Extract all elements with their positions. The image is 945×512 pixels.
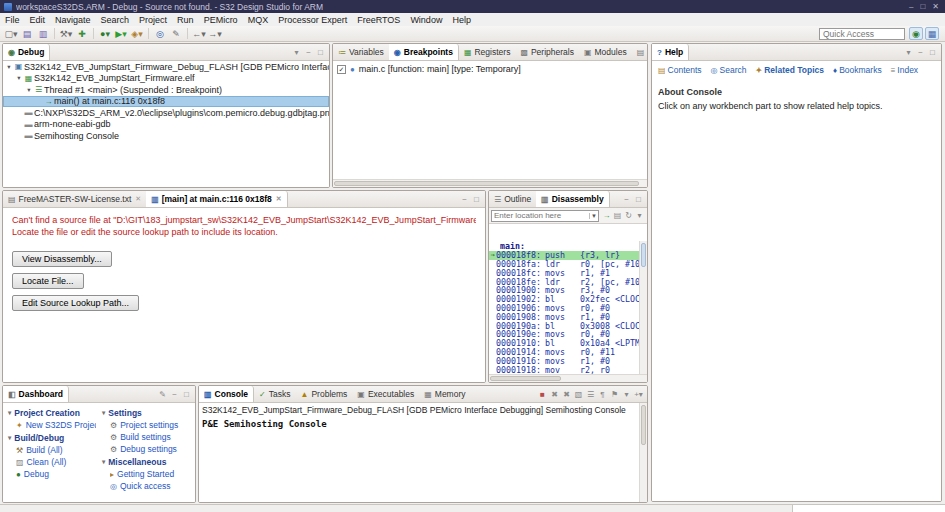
asm-line[interactable]: 00001916: movs r1, #0 bbox=[489, 356, 639, 365]
asm-line[interactable]: 000018f8: push {r3, lr} bbox=[489, 251, 639, 260]
save-icon[interactable]: ▤ bbox=[20, 27, 34, 40]
pin-console-icon[interactable]: ⚑ bbox=[610, 389, 619, 400]
tab-variables[interactable]: ≔ Variables bbox=[333, 44, 389, 60]
tab-disassembly[interactable]: ▥ Disassembly bbox=[536, 191, 610, 207]
maximize-icon[interactable]: □ bbox=[182, 389, 191, 400]
tree-row[interactable]: ▬ arm-none-eabi-gdb bbox=[3, 119, 329, 131]
cpp-perspective-icon[interactable]: ▦ bbox=[925, 27, 939, 40]
tree-row[interactable]: ▾ ▣ S32K142_EVB_JumpStart_Firmware_Debug… bbox=[3, 61, 329, 73]
combo-dropdown-icon[interactable]: ▼ bbox=[589, 213, 598, 219]
minimize-icon[interactable]: − bbox=[622, 194, 631, 205]
view-menu-icon[interactable]: ▾ bbox=[904, 47, 913, 58]
help-index-link[interactable]: ≡ Index bbox=[891, 65, 918, 75]
section-expander-icon[interactable]: ▾ bbox=[102, 409, 105, 417]
locate-file-button[interactable]: Locate File... bbox=[12, 273, 84, 289]
maximize-icon[interactable]: □ bbox=[928, 47, 937, 58]
edit-source-lookup-path-button[interactable]: Edit Source Lookup Path... bbox=[12, 295, 139, 311]
build-icon[interactable]: ⚒▾ bbox=[59, 27, 73, 40]
horizontal-scrollbar[interactable] bbox=[489, 374, 647, 382]
tab-modules[interactable]: ▣ Modules bbox=[579, 44, 632, 60]
maximize-icon[interactable]: □ bbox=[316, 47, 325, 58]
tab-freemaster-license[interactable]: ▤ FreeMASTER-SW-License.txt ✕ bbox=[3, 191, 146, 207]
tree-row[interactable]: ▾ ▦ S32K142_EVB_JumpStart_Firmware.elf bbox=[3, 73, 329, 85]
remove-launch-icon[interactable]: ✖ bbox=[550, 389, 559, 400]
menu-item[interactable]: Processor Expert bbox=[273, 13, 352, 26]
tab-debug[interactable]: ◉ Debug bbox=[3, 44, 50, 60]
tool-icon[interactable] bbox=[187, 28, 188, 39]
word-wrap-icon[interactable]: ¶ bbox=[598, 389, 607, 400]
menu-item[interactable]: Project bbox=[134, 13, 172, 26]
scroll-lock-icon[interactable]: ☰ bbox=[586, 389, 595, 400]
asm-line[interactable]: 00001900: movs r3, #0 bbox=[489, 286, 639, 295]
new-wizard-icon[interactable]: ▢▾ bbox=[4, 27, 18, 40]
asm-line[interactable]: 00001918: mov r2, r0 bbox=[489, 365, 639, 374]
tree-row-selected[interactable]: → main() at main.c:116 0x18f8 bbox=[3, 96, 329, 108]
menu-item[interactable]: Navigate bbox=[50, 13, 96, 26]
asm-line[interactable]: 00001910: bl 0x10a4 <LPTMR0_Init> bbox=[489, 339, 639, 348]
view-menu-icon[interactable]: ▾ bbox=[292, 47, 301, 58]
project-settings-link[interactable]: ⚙ Project settings bbox=[110, 420, 190, 430]
tool-icon[interactable] bbox=[54, 28, 55, 39]
debug-perspective-icon[interactable]: ◉ bbox=[909, 27, 923, 40]
getting-started-link[interactable]: ▸ Getting Started bbox=[110, 469, 190, 479]
tab-breakpoints[interactable]: ◉ Breakpoints bbox=[389, 44, 459, 60]
save-all-icon[interactable]: ▥ bbox=[36, 27, 50, 40]
display-console-icon[interactable]: ▾ bbox=[622, 389, 631, 400]
build-all-link[interactable]: ⚒ Build (All) bbox=[16, 445, 96, 455]
tab-help[interactable]: ? Help bbox=[652, 44, 689, 60]
asm-line[interactable]: 000018fe: ldr r2, [pc, #108] ; (0 bbox=[489, 277, 639, 286]
asm-line[interactable]: 00001908: movs r1, #0 bbox=[489, 312, 639, 321]
tool-icon[interactable] bbox=[93, 28, 94, 39]
menu-item[interactable]: File bbox=[0, 13, 25, 26]
expander-icon[interactable]: ▾ bbox=[25, 86, 33, 94]
new-s32ds-project-link[interactable]: ✦ New S32DS Project from Example bbox=[16, 420, 96, 430]
show-source-icon[interactable]: ▤ bbox=[612, 210, 623, 222]
tool-icon[interactable] bbox=[148, 28, 149, 39]
tab-main-source[interactable]: ▥ [main] at main.c:116 0x18f8 ✕ bbox=[146, 191, 288, 207]
menu-item[interactable]: MQX bbox=[243, 13, 274, 26]
debug-settings-link[interactable]: ⚙ Debug settings bbox=[110, 444, 190, 454]
tab-memory[interactable]: ▦ Memory bbox=[419, 386, 470, 402]
tab-tasks[interactable]: ✓ Tasks bbox=[254, 386, 295, 402]
menu-item[interactable]: PEMicro bbox=[199, 13, 243, 26]
asm-line[interactable]: 00001902: bl 0x2fec <CLOCK_SYS_In bbox=[489, 295, 639, 304]
view-menu-icon[interactable]: ▾ bbox=[634, 210, 645, 222]
menu-item[interactable]: Help bbox=[447, 13, 476, 26]
build-settings-link[interactable]: ⚙ Build settings bbox=[110, 432, 190, 442]
minimize-icon[interactable]: − bbox=[170, 389, 179, 400]
minimize-icon[interactable]: − bbox=[916, 47, 925, 58]
tab-embsys-registers[interactable]: ▤ EmbSys Registers bbox=[632, 44, 647, 60]
maximize-icon[interactable]: □ bbox=[472, 194, 481, 205]
external-tools-icon[interactable]: ◈▾ bbox=[130, 27, 144, 40]
mark-occurrences-icon[interactable]: ✎ bbox=[169, 27, 183, 40]
window-close-button[interactable]: ✕ bbox=[932, 2, 939, 11]
view-disassembly-button[interactable]: View Disassembly... bbox=[12, 251, 112, 267]
goto-pc-icon[interactable]: → bbox=[601, 210, 612, 222]
tree-row[interactable]: ▬ C:\NXP\S32DS_ARM_v2.0\eclipse\plugins\… bbox=[3, 107, 329, 119]
close-tab-icon[interactable]: ✕ bbox=[276, 195, 282, 203]
terminate-icon[interactable]: ■ bbox=[538, 389, 547, 400]
vertical-scrollbar[interactable] bbox=[639, 241, 647, 374]
section-expander-icon[interactable]: ▾ bbox=[8, 434, 11, 442]
search-icon[interactable]: ◎ bbox=[153, 27, 167, 40]
asm-line[interactable]: 00001914: movs r0, #11 bbox=[489, 348, 639, 357]
expander-icon[interactable]: ▾ bbox=[15, 74, 23, 82]
asm-line[interactable]: 0000190e: movs r0, #0 bbox=[489, 330, 639, 339]
tab-dashboard[interactable]: ◧ Dashboard bbox=[3, 386, 69, 402]
maximize-icon[interactable]: □ bbox=[634, 194, 643, 205]
debug-link[interactable]: ● Debug bbox=[16, 469, 96, 479]
help-search-link[interactable]: ◎ Search bbox=[711, 65, 747, 75]
menu-item[interactable]: Search bbox=[96, 13, 135, 26]
location-input[interactable] bbox=[492, 211, 589, 220]
minimize-icon[interactable]: − bbox=[304, 47, 313, 58]
expander-icon[interactable]: ▾ bbox=[5, 63, 13, 71]
horizontal-scrollbar[interactable] bbox=[333, 179, 647, 187]
clean-all-link[interactable]: ▨ Clean (All) bbox=[16, 457, 96, 467]
tab-peripherals[interactable]: ▩ Peripherals bbox=[515, 44, 579, 60]
tree-row[interactable]: ▾ ☰ Thread #1 <main> (Suspended : Breakp… bbox=[3, 84, 329, 96]
run-icon[interactable]: ▶▾ bbox=[114, 27, 128, 40]
debug-icon[interactable]: ●▾ bbox=[98, 27, 112, 40]
menu-item[interactable]: Edit bbox=[25, 13, 51, 26]
tab-executables[interactable]: ▣ Executables bbox=[352, 386, 419, 402]
menu-item[interactable]: FreeRTOS bbox=[352, 13, 405, 26]
